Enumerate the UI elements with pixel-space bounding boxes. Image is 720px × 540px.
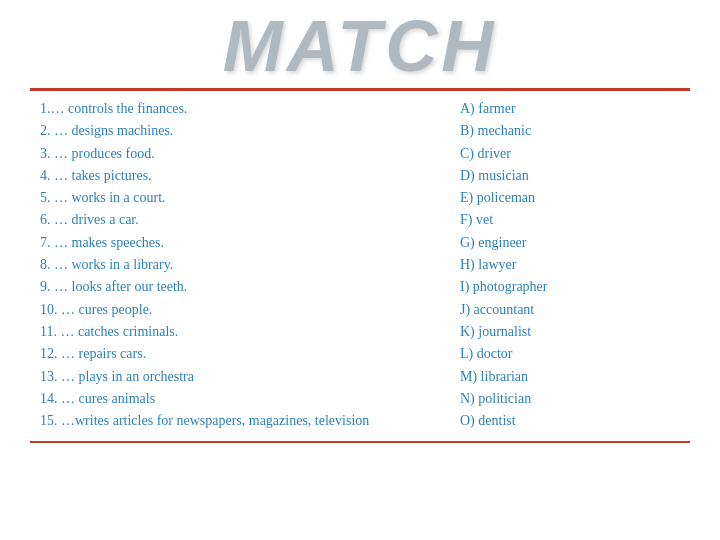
match-item: M) librarian xyxy=(460,367,680,387)
match-item: A) farmer xyxy=(460,99,680,119)
list-item: 2. … designs machines. xyxy=(40,121,460,141)
list-item: 12. … repairs cars. xyxy=(40,344,460,364)
match-item: I) photographer xyxy=(460,277,680,297)
page-title: MATCH xyxy=(223,10,498,82)
list-item: 14. … cures animals xyxy=(40,389,460,409)
match-item: F) vet xyxy=(460,210,680,230)
match-item: O) dentist xyxy=(460,411,680,431)
list-item: 9. … looks after our teeth. xyxy=(40,277,460,297)
left-column: 1.… controls the finances.2. … designs m… xyxy=(40,99,460,431)
match-item: N) politician xyxy=(460,389,680,409)
content-area: 1.… controls the finances.2. … designs m… xyxy=(30,93,690,435)
list-item: 8. … works in a library. xyxy=(40,255,460,275)
top-divider xyxy=(30,88,690,91)
right-column: A) farmer B) mechanic C) driverD) musici… xyxy=(460,99,680,431)
bottom-divider xyxy=(30,441,690,443)
match-item: H) lawyer xyxy=(460,255,680,275)
list-item: 3. … produces food. xyxy=(40,144,460,164)
match-item: C) driver xyxy=(460,144,680,164)
match-item: D) musician xyxy=(460,166,680,186)
list-item: 10. … cures people. xyxy=(40,300,460,320)
title-container: MATCH xyxy=(30,10,690,82)
match-item: G) engineer xyxy=(460,233,680,253)
list-item: 6. … drives a car. xyxy=(40,210,460,230)
list-item: 11. … catches criminals. xyxy=(40,322,460,342)
list-item: 1.… controls the finances. xyxy=(40,99,460,119)
match-item: E) policeman xyxy=(460,188,680,208)
list-item: 5. … works in a court. xyxy=(40,188,460,208)
match-item: B) mechanic xyxy=(460,121,680,141)
match-item: J) accountant xyxy=(460,300,680,320)
list-item: 7. … makes speeches. xyxy=(40,233,460,253)
match-item: L) doctor xyxy=(460,344,680,364)
list-item: 15. …writes articles for newspapers, mag… xyxy=(40,411,460,431)
list-item: 13. … plays in an orchestra xyxy=(40,367,460,387)
page-container: MATCH 1.… controls the finances.2. … des… xyxy=(0,0,720,540)
match-item: K) journalist xyxy=(460,322,680,342)
list-item: 4. … takes pictures. xyxy=(40,166,460,186)
